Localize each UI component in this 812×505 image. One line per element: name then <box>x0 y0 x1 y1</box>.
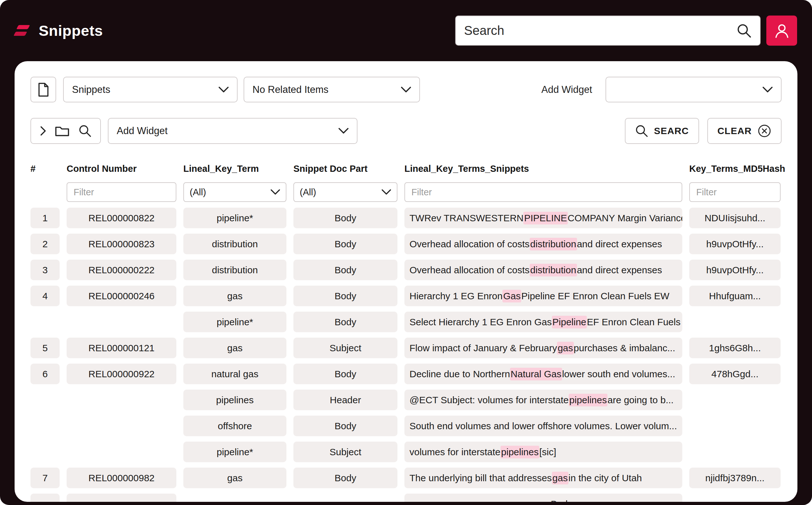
row-number-cell: 4 <box>30 286 59 306</box>
control-number-cell <box>66 442 176 462</box>
table-header: # Control Number Lineal_Key_Term Snippet… <box>30 164 782 174</box>
chevron-down-icon <box>382 189 391 195</box>
control-number-cell: REL000000246 <box>66 286 176 306</box>
row-number-cell: 3 <box>30 260 59 280</box>
related-items-select-value: No Related Items <box>253 84 328 96</box>
doc-part-cell: Subject <box>293 442 397 462</box>
widget-select[interactable] <box>605 77 782 103</box>
search-icon <box>635 124 648 138</box>
chevron-right-icon <box>40 126 46 136</box>
highlighted-term: pipelines <box>501 446 539 458</box>
lineal-key-term-filter-value: (All) <box>190 187 206 197</box>
column-header-number[interactable]: # <box>30 164 59 174</box>
row-number-cell <box>30 312 59 332</box>
doc-part-filter-select[interactable]: (All) <box>293 182 397 202</box>
hash-cell <box>689 442 781 462</box>
table-row[interactable]: 1 REL000000822 pipeline* Body TWRev TRAN… <box>30 208 782 228</box>
related-items-select[interactable]: No Related Items <box>244 77 420 103</box>
row-number-cell <box>30 415 59 436</box>
hash-filter-input[interactable] <box>689 182 781 202</box>
column-header-control-number[interactable]: Control Number <box>66 164 176 174</box>
table-row[interactable]: — — — — — — — Body <box>30 494 782 502</box>
document-icon <box>37 82 50 97</box>
snippet-cell: Overhead allocation of costs distributio… <box>404 260 682 280</box>
column-header-snippets[interactable]: Lineal_Key_Terms_Snippets <box>404 164 682 174</box>
highlighted-term: Natural Gas <box>510 368 562 380</box>
row-number-cell <box>30 442 59 462</box>
highlighted-term: PIPELINE <box>523 212 567 224</box>
doc-part-cell: Body <box>293 234 397 254</box>
control-number-cell: REL000000121 <box>66 338 176 358</box>
snippets-filter-input[interactable] <box>404 182 682 202</box>
table-row[interactable]: offshore Body South end volumes and lowe… <box>30 415 782 436</box>
snippet-cell: volumes for interstate pipelines [sic] <box>404 442 682 462</box>
lineal-key-term-cell <box>183 494 286 502</box>
search-button[interactable]: SEARC <box>625 118 699 144</box>
lineal-key-term-cell: natural gas <box>183 364 286 384</box>
lineal-key-term-cell: pipelines <box>183 390 286 410</box>
control-number-cell <box>66 390 176 410</box>
doc-part-filter-value: (All) <box>300 187 316 197</box>
control-number-cell: REL000000222 <box>66 260 176 280</box>
chevron-down-icon <box>219 87 229 93</box>
chevron-down-icon <box>271 189 280 195</box>
doc-part-cell: Subject <box>293 338 397 358</box>
table-row[interactable]: 5 REL000000121 gas Subject Flow impact o… <box>30 338 782 358</box>
app-window: Snippets <box>0 0 812 505</box>
snippet-cell: Flow impact of January & February gas pu… <box>404 338 682 358</box>
expand-button[interactable] <box>40 126 46 136</box>
table-actions: SEARC CLEAR <box>625 118 782 144</box>
chevron-down-icon <box>339 128 349 134</box>
clear-button[interactable]: CLEAR <box>707 118 782 144</box>
add-widget-select[interactable]: Add Widget <box>108 118 358 144</box>
table-filter-row: (All) (All) <box>30 182 782 202</box>
snippet-cell: — — — Body <box>404 494 682 502</box>
column-header-lineal-key-term[interactable]: Lineal_Key_Term <box>183 164 286 174</box>
user-avatar-button[interactable] <box>766 16 797 46</box>
view-select-value: Snippets <box>72 84 110 96</box>
lineal-key-term-cell: gas <box>183 468 286 488</box>
doc-part-cell: Header <box>293 390 397 410</box>
search-button-label: SEARC <box>654 126 689 136</box>
control-number-filter-input[interactable] <box>66 182 176 202</box>
row-number-cell: — <box>30 494 59 502</box>
toolbar-primary: Snippets No Related Items Add Widget <box>30 77 782 103</box>
search-icon[interactable] <box>736 23 752 38</box>
snippet-cell: Decline due to Northern Natural Gas lowe… <box>404 364 682 384</box>
table-row[interactable]: 3 REL000000222 distribution Body Overhea… <box>30 260 782 280</box>
hash-cell: 1ghs6G8h... <box>689 338 781 358</box>
folder-button[interactable] <box>55 125 70 137</box>
table-row[interactable]: 4 REL000000246 gas Body Hierarchy 1 EG E… <box>30 286 782 306</box>
view-select[interactable]: Snippets <box>63 77 238 103</box>
hash-cell: Hhufguam... <box>689 286 781 306</box>
control-number-cell: REL000000922 <box>66 364 176 384</box>
search-tool-button[interactable] <box>78 124 92 138</box>
global-search <box>455 16 761 46</box>
hash-cell <box>689 390 781 410</box>
topbar: Snippets <box>0 0 812 61</box>
snippet-cell: TWRev TRANSWESTERN PIPELINE COMPANY Marg… <box>404 208 682 228</box>
document-button[interactable] <box>30 77 56 103</box>
column-header-md5hash[interactable]: Key_Terms_MD5Hash <box>689 164 781 174</box>
brand: Snippets <box>13 22 103 39</box>
table-row[interactable]: 6 REL000000922 natural gas Body Decline … <box>30 364 782 384</box>
control-number-cell: REL000000823 <box>66 234 176 254</box>
table-row[interactable]: pipelines Header @ECT Subject: volumes f… <box>30 390 782 410</box>
control-number-cell <box>66 312 176 332</box>
control-number-cell: — — — <box>66 494 176 502</box>
hash-cell: h9uvpOtHfy... <box>689 234 781 254</box>
row-number-cell <box>30 390 59 410</box>
lineal-key-term-cell: gas <box>183 338 286 358</box>
table-row[interactable]: 7 REL000000982 gas Body The underlying b… <box>30 468 782 488</box>
lineal-key-term-filter-select[interactable]: (All) <box>183 182 286 202</box>
table-row[interactable]: pipeline* Body Select Hierarchy 1 EG Enr… <box>30 312 782 332</box>
table-row[interactable]: 2 REL000000823 distribution Body Overhea… <box>30 234 782 254</box>
global-search-input[interactable] <box>464 23 736 38</box>
doc-part-cell: Body <box>293 260 397 280</box>
doc-part-cell: Body <box>293 312 397 332</box>
chevron-down-icon <box>763 87 773 93</box>
table-row[interactable]: pipeline* Subject volumes for interstate… <box>30 442 782 462</box>
doc-part-cell: Body <box>293 286 397 306</box>
snippet-cell: @ECT Subject: volumes for interstate pip… <box>404 390 682 410</box>
column-header-snippet-doc-part[interactable]: Snippet Doc Part <box>293 164 397 174</box>
